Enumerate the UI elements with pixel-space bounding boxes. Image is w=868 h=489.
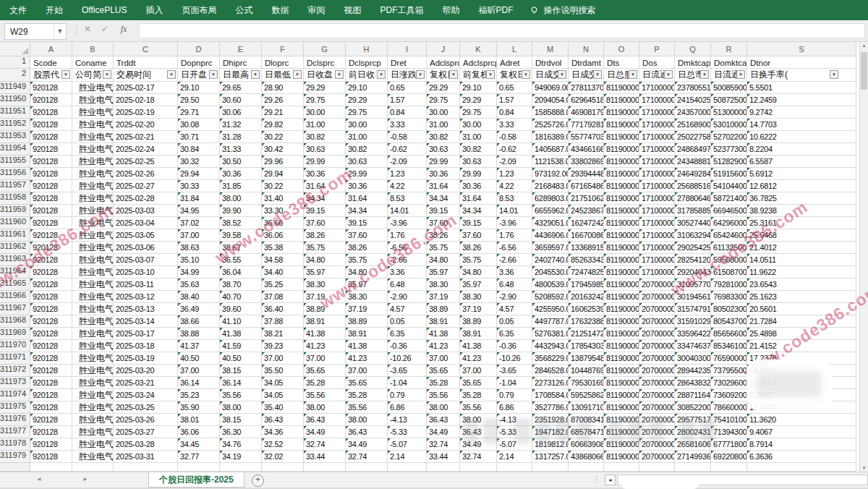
cell[interactable]: 2025-03-06 (114, 242, 178, 254)
cell[interactable]: -2.09 (388, 156, 427, 168)
cell[interactable]: -5.33 (388, 426, 427, 438)
cell[interactable]: 胜业电气 (72, 131, 114, 143)
cell[interactable]: 2025-03-04 (114, 217, 178, 229)
cell[interactable]: 29.99 (460, 168, 497, 180)
cell[interactable]: 34.76 (220, 438, 262, 451)
column-letter-K[interactable]: K (460, 42, 497, 56)
header-cell-Adret[interactable]: Adret (497, 56, 532, 69)
cell[interactable]: 2025-02-25 (114, 156, 178, 168)
cell[interactable]: 36.43 (262, 414, 304, 426)
cell[interactable]: 2025-03-14 (114, 315, 178, 328)
cell[interactable]: 3.36 (388, 266, 427, 278)
cell[interactable]: 6.3636 (747, 451, 856, 463)
cell[interactable]: 3359642200 (675, 328, 711, 340)
cell[interactable]: 2464928400 (675, 168, 711, 180)
row-number[interactable]: 311960 (0, 217, 30, 229)
cell[interactable]: 35.28 (460, 389, 497, 401)
cell[interactable]: 胜业电气 (72, 278, 114, 291)
filter-button[interactable]: ▼ (61, 70, 70, 79)
header-cell-Dopnprc[interactable]: Dopnprc (178, 56, 220, 69)
cell[interactable]: 37.19 (304, 291, 346, 303)
cell[interactable]: 38.00 (304, 401, 346, 414)
cell[interactable]: 35.75 (346, 254, 388, 266)
cell[interactable]: 41.23 (460, 352, 497, 365)
cell[interactable]: 17100000. (639, 143, 675, 156)
cell[interactable]: 29.71 (178, 106, 220, 119)
cell[interactable]: 29.75 (346, 106, 388, 119)
cell[interactable]: 35.28 (346, 389, 388, 401)
cell[interactable]: 2045530.0 (532, 266, 569, 278)
cell[interactable]: 29.75 (427, 94, 460, 106)
cell[interactable]: 29.29 (346, 94, 388, 106)
column-letter-P[interactable]: P (639, 42, 675, 56)
cell[interactable]: 1819812.0 (532, 438, 569, 451)
cell[interactable]: 35.25 (262, 278, 304, 291)
row-number[interactable]: 311958 (0, 192, 30, 205)
filter-button[interactable]: ▼ (167, 70, 176, 79)
cell[interactable]: 201632428 (569, 291, 604, 303)
cell[interactable]: 30.36 (427, 168, 460, 180)
row-number[interactable]: 311956 (0, 168, 30, 180)
cell[interactable]: 胜业电气 (72, 340, 114, 352)
cell[interactable]: 81190000. (604, 205, 639, 217)
cell[interactable]: 692208000 (711, 451, 747, 463)
cell[interactable]: 31.28 (220, 131, 262, 143)
cell[interactable]: 30.82 (427, 131, 460, 143)
cell[interactable]: 35.28 (304, 377, 346, 389)
cell[interactable]: 10.9813 (747, 377, 856, 389)
cell[interactable]: 20700000. (639, 438, 675, 451)
cell[interactable]: 12.2459 (747, 94, 856, 106)
cell[interactable]: 541044000 (711, 180, 747, 192)
name-box[interactable]: W29 ▼ (4, 23, 67, 40)
cell[interactable]: 17100000. (639, 156, 675, 168)
hscroll-handle[interactable]: ⋮ (593, 475, 600, 483)
column-letter-B[interactable]: B (72, 42, 114, 56)
header-cell-Dclsprcp[interactable]: Dclsprcp (346, 56, 388, 69)
cell[interactable]: 41.38 (427, 328, 460, 340)
column-letter-R[interactable]: R (711, 42, 747, 56)
cell[interactable]: 29.99 (427, 156, 460, 168)
filter-button[interactable]: ▼ (830, 70, 838, 79)
cell[interactable]: 17100000. (639, 94, 675, 106)
cell[interactable]: 39.15 (460, 217, 497, 229)
cell[interactable]: 17100000. (639, 82, 675, 94)
cell[interactable]: 34.05 (262, 377, 304, 389)
cell[interactable]: 41.38 (304, 328, 346, 340)
cell[interactable]: 0.05 (388, 315, 427, 328)
cell[interactable]: 55774703. (569, 131, 604, 143)
cell[interactable]: 2168483.0 (532, 180, 569, 192)
cell[interactable]: 1816389.0 (532, 131, 569, 143)
cell[interactable]: 81190000. (604, 365, 639, 377)
cell[interactable]: 30.82 (346, 143, 388, 156)
menu-item-3[interactable]: 插入 (136, 0, 172, 20)
cell[interactable]: 41.59 (220, 340, 262, 352)
cell[interactable]: 920128 (30, 414, 72, 426)
cell[interactable]: 920128 (30, 401, 72, 414)
cell[interactable]: 38.89 (304, 303, 346, 315)
cell[interactable]: 920128 (30, 451, 72, 463)
row-number[interactable]: 2 (0, 69, 30, 82)
cell[interactable]: 1585888.0 (532, 106, 569, 119)
cell[interactable]: 32.74 (346, 451, 388, 463)
cell[interactable]: 81190000. (604, 217, 639, 229)
row-number[interactable]: 311968 (0, 315, 30, 328)
cell[interactable]: 81190000. (604, 131, 639, 143)
cell[interactable]: 35.56 (346, 401, 388, 414)
cell[interactable]: 20700000. (639, 328, 675, 340)
cell[interactable]: 胜业电气 (72, 451, 114, 463)
cell[interactable]: 2025-03-07 (114, 254, 178, 266)
cell[interactable]: 2025-02-17 (114, 82, 178, 94)
cell[interactable]: 2025-03-18 (114, 340, 178, 352)
cell[interactable]: 35.65 (304, 365, 346, 377)
cell[interactable]: 35.23 (178, 389, 220, 401)
cell[interactable]: 920128 (30, 389, 72, 401)
filter-button[interactable]: ▼ (335, 70, 344, 79)
cell[interactable]: 87008341. (569, 414, 604, 426)
cell[interactable]: 33802869. (569, 156, 604, 168)
cell[interactable]: 胜业电气 (72, 192, 114, 205)
cell[interactable]: 81190000. (604, 340, 639, 352)
cell[interactable]: 81190000. (604, 266, 639, 278)
column-letter-A[interactable]: A (30, 42, 72, 56)
cell[interactable]: 38.52 (220, 217, 262, 229)
cell[interactable]: 37.08 (262, 291, 304, 303)
